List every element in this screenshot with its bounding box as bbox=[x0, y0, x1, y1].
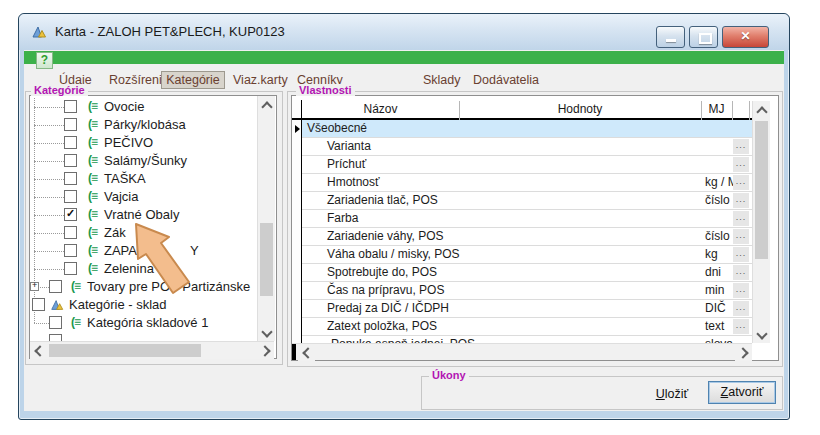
tree-item-kategoria-skladove1[interactable]: (≡ Kategória skladové 1 bbox=[30, 314, 258, 332]
grid-hscrollbar[interactable] bbox=[292, 343, 752, 360]
more-button[interactable]: ... bbox=[733, 157, 749, 172]
more-button[interactable]: ... bbox=[733, 319, 749, 334]
tab-rozsirenia[interactable]: Rozšírenia bbox=[109, 71, 169, 89]
grid-vscrollbar[interactable] bbox=[752, 101, 770, 343]
tree-hscroll-thumb[interactable] bbox=[49, 344, 201, 357]
row-cas-na-pripravu[interactable]: Čas na prípravu, POS min ... bbox=[292, 282, 752, 300]
category-icon: (≡ bbox=[88, 225, 97, 239]
properties-group-label: Vlastnosti bbox=[296, 84, 355, 96]
more-button[interactable]: ... bbox=[733, 283, 749, 298]
category-icon: (≡ bbox=[88, 243, 97, 257]
more-button[interactable]: ... bbox=[733, 175, 749, 190]
scroll-right-icon[interactable] bbox=[735, 344, 752, 361]
current-row-marker bbox=[295, 125, 300, 133]
more-button[interactable]: ... bbox=[733, 247, 749, 262]
scroll-up-icon[interactable] bbox=[258, 96, 275, 113]
more-button[interactable]: ... bbox=[733, 265, 749, 280]
more-button[interactable]: ... bbox=[733, 211, 749, 226]
row-vaha-obalu[interactable]: Váha obalu / misky, POS kg ... bbox=[292, 246, 752, 264]
category-icon: (≡ bbox=[88, 189, 97, 203]
scroll-left-icon[interactable] bbox=[298, 344, 315, 361]
minimize-icon bbox=[666, 39, 676, 42]
checkbox[interactable] bbox=[49, 334, 62, 341]
row-zariadenia-tlac[interactable]: Zariadenia tlač, POS číslo ... bbox=[292, 192, 752, 210]
row-spotrebujte-do[interactable]: Spotrebujte do, POS dni ... bbox=[292, 264, 752, 282]
tree-vscroll-thumb[interactable] bbox=[260, 223, 273, 296]
help-button[interactable]: ? bbox=[36, 52, 53, 69]
close-icon: ✕ bbox=[723, 29, 768, 43]
row-farba[interactable]: Farba ... bbox=[292, 210, 752, 228]
tree-item-salamy[interactable]: (≡ Salámy/Šunky bbox=[30, 152, 258, 170]
checkbox[interactable] bbox=[64, 100, 77, 113]
checkbox[interactable] bbox=[64, 172, 77, 185]
checkbox[interactable] bbox=[64, 118, 77, 131]
checkbox[interactable] bbox=[32, 298, 45, 311]
window-title: Karta - ZALOH PET&PLECH, KUP0123 bbox=[55, 24, 285, 39]
close-dialog-button[interactable]: Zatvoriť bbox=[708, 381, 776, 404]
checkbox[interactable] bbox=[64, 136, 77, 149]
tree-hscrollbar[interactable] bbox=[30, 341, 274, 359]
row-prichut[interactable]: Príchuť ... bbox=[292, 156, 752, 174]
more-button[interactable]: ... bbox=[733, 301, 749, 316]
more-button[interactable]: ... bbox=[733, 193, 749, 208]
maximize-button[interactable] bbox=[689, 26, 718, 48]
checkbox[interactable] bbox=[64, 154, 77, 167]
hscroll-left-mark bbox=[292, 344, 296, 360]
app-window: Karta - ZALOH PET&PLECH, KUP0123 ✕ ? Úda… bbox=[18, 13, 790, 420]
checkbox[interactable] bbox=[64, 262, 77, 275]
scroll-down-icon[interactable] bbox=[258, 324, 275, 341]
maximize-icon bbox=[699, 33, 712, 44]
header-selector-cell bbox=[292, 101, 752, 118]
checkbox[interactable] bbox=[64, 190, 77, 203]
minimize-button[interactable] bbox=[656, 26, 685, 48]
category-icon: (≡ bbox=[88, 261, 97, 275]
checkbox[interactable] bbox=[64, 226, 77, 239]
scroll-left-icon[interactable] bbox=[30, 342, 47, 359]
category-icon: (≡ bbox=[88, 153, 97, 167]
row-zatext-polozka[interactable]: Zatext položka, POS text ... bbox=[292, 318, 752, 336]
checkbox[interactable] bbox=[49, 316, 62, 329]
checkbox[interactable] bbox=[64, 244, 77, 257]
scroll-down-icon[interactable] bbox=[753, 326, 770, 343]
category-icon: (≡ bbox=[88, 135, 97, 149]
scroll-up-icon[interactable] bbox=[753, 101, 770, 118]
row-predaj-za-dic[interactable]: Predaj za DIČ / IČDPH DIČ ... bbox=[292, 300, 752, 318]
titlebar[interactable]: Karta - ZALOH PET&PLECH, KUP0123 ✕ bbox=[19, 14, 789, 50]
tab-kategorie[interactable]: Kategórie bbox=[161, 71, 225, 89]
tree-item-taska[interactable]: (≡ TAŠKA bbox=[30, 170, 258, 188]
category-icon: (≡ bbox=[71, 279, 80, 293]
row-hmotnost[interactable]: Hmotnosť kg / MJ ... bbox=[292, 174, 752, 192]
tree-item-parky[interactable]: (≡ Párky/klobása bbox=[30, 116, 258, 134]
scroll-right-icon[interactable] bbox=[257, 342, 274, 359]
screenshot-page: Karta - ZALOH PET&PLECH, KUP0123 ✕ ? Úda… bbox=[0, 0, 820, 435]
grid-vscroll-thumb[interactable] bbox=[755, 121, 768, 259]
expand-plus-icon[interactable] bbox=[30, 282, 39, 291]
category-icon: (≡ bbox=[71, 315, 80, 329]
close-button[interactable]: ✕ bbox=[722, 26, 769, 48]
row-vseobecne[interactable]: Všeobecné bbox=[292, 120, 752, 138]
tab-dodavatelia[interactable]: Dodávatelia bbox=[473, 71, 539, 89]
category-group-icon bbox=[50, 298, 64, 312]
row-zariadenie-vahy[interactable]: Zariadenie váhy, POS číslo ... bbox=[292, 228, 752, 246]
tree-item-partial bbox=[30, 332, 258, 341]
actions-group-label: Úkony bbox=[429, 369, 469, 381]
row-varianta[interactable]: Varianta ... bbox=[292, 138, 752, 156]
properties-rows: Všeobecné Varianta ... Príchuť ... Hmotn… bbox=[292, 120, 752, 343]
categories-group-label: Kategórie bbox=[31, 84, 88, 96]
tab-sklady[interactable]: Sklady bbox=[423, 71, 461, 89]
tab-viazkarty[interactable]: Viaz.karty bbox=[233, 71, 288, 89]
category-icon: (≡ bbox=[88, 171, 97, 185]
category-icon: (≡ bbox=[88, 117, 97, 131]
checkbox-checked[interactable] bbox=[64, 208, 77, 221]
tree-item-vajcia[interactable]: (≡ Vajcia bbox=[30, 188, 258, 206]
row-ponuka-aspon[interactable]: -Ponuka aspoň jednej, POS slova bbox=[292, 336, 752, 343]
save-button[interactable]: Uložiť bbox=[644, 384, 700, 404]
pointer-arrow-overlay bbox=[128, 220, 204, 306]
more-button[interactable]: ... bbox=[733, 229, 749, 244]
checkbox[interactable] bbox=[49, 280, 62, 293]
more-button[interactable]: ... bbox=[733, 139, 749, 154]
tree-vscrollbar[interactable] bbox=[257, 96, 275, 341]
category-icon: (≡ bbox=[88, 99, 97, 113]
tree-item-pecivo[interactable]: (≡ PEČIVO bbox=[30, 134, 258, 152]
tree-item-ovocie[interactable]: (≡ Ovocie bbox=[30, 98, 258, 116]
